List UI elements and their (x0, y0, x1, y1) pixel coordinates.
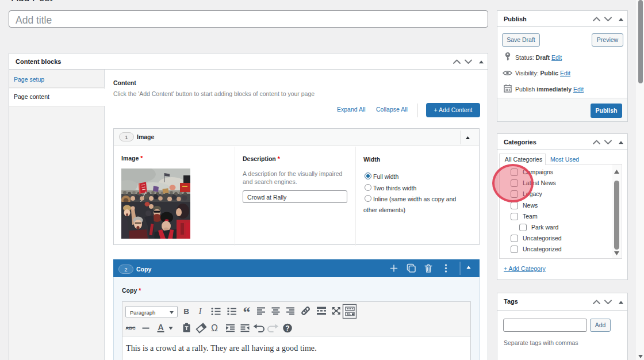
svg-text:A: A (158, 323, 163, 332)
svg-text:“: “ (243, 304, 251, 320)
svg-text:B: B (183, 307, 189, 316)
svg-text:Ω: Ω (211, 323, 218, 333)
svg-text:?: ? (285, 324, 289, 332)
svg-text:ABC: ABC (125, 325, 136, 331)
svg-text:I: I (198, 307, 202, 316)
